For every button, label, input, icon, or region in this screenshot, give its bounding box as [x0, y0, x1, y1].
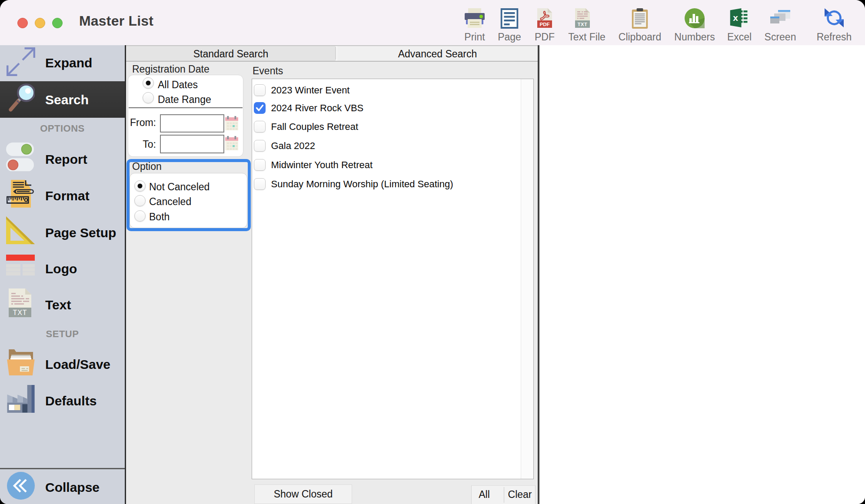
svg-text:PDF: PDF [540, 22, 550, 27]
svg-text:x: x [733, 13, 738, 23]
svg-text:TXT: TXT [578, 22, 587, 27]
svg-text:TXT: TXT [13, 309, 27, 316]
